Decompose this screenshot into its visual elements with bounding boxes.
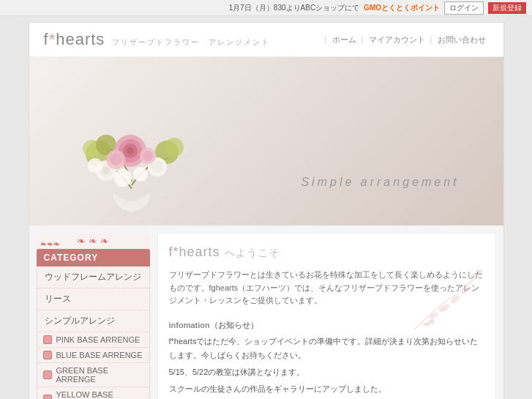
top-bar-info: 1月7日（月）830よりABCショップにて xyxy=(229,3,359,13)
deco-birds xyxy=(400,256,488,346)
svg-point-16 xyxy=(110,154,121,165)
site-wrapper: f*hearts フリザーブドフラワー アレンジメント | ホーム | マイアカ… xyxy=(29,22,504,399)
nav-home[interactable]: ホーム xyxy=(332,35,356,44)
bullet-icon xyxy=(43,335,52,344)
main-content: f*hearts へようこそ フリザーブドフラワーとは生きているお花を特殊な加工… xyxy=(157,233,496,399)
site-header: f*hearts フリザーブドフラワー アレンジメント | ホーム | マイアカ… xyxy=(29,23,503,57)
svg-point-26 xyxy=(476,269,482,275)
svg-point-18 xyxy=(143,151,153,161)
category-header: CATEGORY xyxy=(37,249,150,266)
sidebar: ❧ ❧ ❧ CATEGORY ウッドフレームアレンジ リース シンプルアレンジ … xyxy=(37,233,150,399)
info-body3: スクールの生徒さんの作品をギャラリーにアップしました。 xyxy=(169,382,484,396)
site-tagline: フリザーブドフラワー アレンジメント xyxy=(112,37,270,48)
top-bar-gmo: GMOとくとくポイント xyxy=(364,3,440,13)
site-logo: f*hearts xyxy=(44,30,105,49)
hero-flower-image xyxy=(51,72,198,218)
login-button[interactable]: ログイン xyxy=(444,1,484,15)
sidebar-item-yellow[interactable]: YELLOW BASE ARRENGE xyxy=(37,387,149,399)
svg-point-25 xyxy=(427,311,439,319)
sidebar-item-wreath[interactable]: リース xyxy=(37,288,149,310)
nav-contact[interactable]: お問い合わせ xyxy=(438,35,486,44)
welcome-logo: f*hearts xyxy=(169,245,220,259)
svg-point-21 xyxy=(88,158,102,173)
register-button[interactable]: 新規登録 xyxy=(488,2,526,14)
sidebar-item-woodframe[interactable]: ウッドフレームアレンジ xyxy=(37,266,149,288)
svg-point-12 xyxy=(102,167,110,174)
svg-point-19 xyxy=(114,169,132,187)
hero-banner: Simple arrangement xyxy=(29,57,503,225)
content-area: ❧ ❧ ❧ CATEGORY ウッドフレームアレンジ リース シンプルアレンジ … xyxy=(29,225,503,399)
sidebar-nav: ウッドフレームアレンジ リース シンプルアレンジ PINK BASE ARREN… xyxy=(37,266,150,399)
sidebar-item-blue[interactable]: BLUE BASE ARRENGE xyxy=(37,348,149,363)
svg-point-14 xyxy=(151,161,163,173)
header-nav: | ホーム | マイアカウント | お問い合わせ xyxy=(325,34,489,45)
svg-point-5 xyxy=(165,138,184,157)
sidebar-item-pink[interactable]: PINK BASE ARRENGE xyxy=(37,332,149,348)
hero-text: Simple arrangement xyxy=(301,176,459,189)
bullet-icon xyxy=(43,395,52,399)
svg-point-23 xyxy=(449,294,460,305)
sidebar-item-green[interactable]: GREEN BASE ARRENGE xyxy=(37,363,149,387)
info-body2: 5/15、5/22の教室は休講となります。 xyxy=(169,365,484,379)
nav-account[interactable]: マイアカウント xyxy=(369,35,425,44)
bullet-icon xyxy=(43,370,52,379)
svg-point-27 xyxy=(429,319,434,324)
bullet-icon xyxy=(43,351,52,359)
top-bar: 1月7日（月）830よりABCショップにて GMOとくとくポイント ログイン 新… xyxy=(0,0,532,16)
svg-point-9 xyxy=(127,147,134,154)
svg-point-22 xyxy=(438,303,451,314)
svg-point-20 xyxy=(133,167,148,182)
sidebar-item-simple[interactable]: シンプルアレンジ xyxy=(37,310,149,332)
